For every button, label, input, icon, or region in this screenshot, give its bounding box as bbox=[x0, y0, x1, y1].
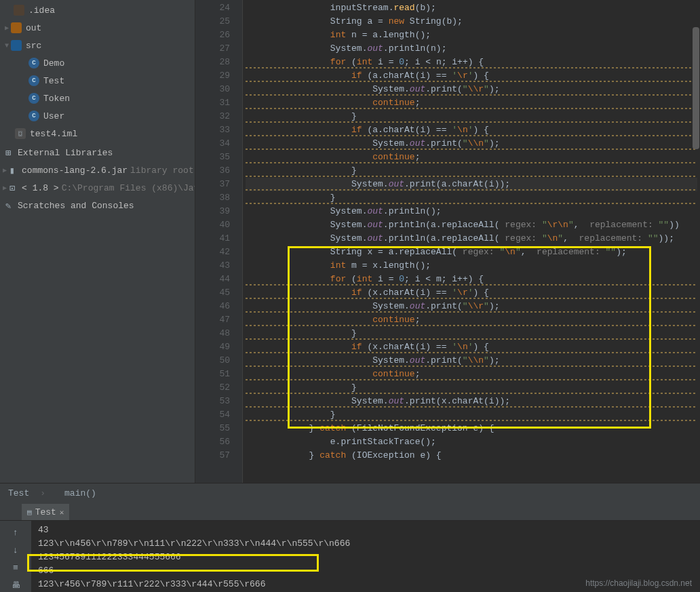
breadcrumb: Test › main() bbox=[0, 483, 700, 503]
tree-item[interactable]: ⌼test4.iml bbox=[0, 125, 195, 142]
line-number: 28 bbox=[198, 56, 230, 69]
code-line[interactable]: int m = x.length(); bbox=[246, 259, 697, 273]
class-icon: C bbox=[28, 75, 39, 86]
breadcrumb-method[interactable]: main() bbox=[64, 488, 96, 498]
tree-label: .idea bbox=[28, 5, 55, 16]
line-number: 52 bbox=[198, 381, 230, 395]
tree-label: User bbox=[43, 111, 64, 121]
scroll-thumb[interactable] bbox=[693, 27, 699, 149]
run-tab-icon: ▤ bbox=[27, 508, 32, 517]
line-number: 41 bbox=[198, 232, 230, 245]
scratches[interactable]: ✎ Scratches and Consoles bbox=[0, 197, 195, 214]
watermark: https://chaojilaji.blog.csdn.net bbox=[585, 578, 692, 588]
folder-o-icon bbox=[11, 22, 22, 33]
code-line[interactable]: continue; bbox=[246, 313, 697, 327]
code-line[interactable]: String a = new String(b); bbox=[246, 15, 697, 28]
code-line[interactable]: } catch (IOException e) { bbox=[246, 449, 697, 462]
arrow-icon: ▼ bbox=[3, 42, 11, 50]
code-line[interactable]: } bbox=[246, 191, 697, 205]
close-icon[interactable]: ✕ bbox=[60, 508, 64, 517]
arrow-icon: ▶ bbox=[3, 24, 11, 32]
tree-item[interactable]: CUser bbox=[0, 107, 195, 125]
code-line[interactable]: for (int i = 0; i < n; i++) { bbox=[246, 56, 697, 69]
print-icon[interactable]: 🖶 bbox=[9, 579, 22, 591]
code-line[interactable]: System.out.print("\\r"); bbox=[246, 83, 697, 96]
lib1-tag: library root bbox=[130, 165, 194, 176]
code-area[interactable]: inputStream.read(b); String a = new Stri… bbox=[243, 0, 700, 483]
sdk-icon: ⊡ bbox=[7, 182, 18, 193]
code-line[interactable]: for (int i = 0; i < m; i++) { bbox=[246, 273, 697, 286]
lib-item-commons[interactable]: ▶ ▮ commons-lang-2.6.jar library root bbox=[0, 161, 195, 179]
tree-item[interactable]: CDemo bbox=[0, 54, 195, 72]
code-line[interactable]: e.printStackTrace(); bbox=[246, 435, 697, 449]
code-line[interactable]: } bbox=[246, 110, 697, 123]
vertical-scrollbar[interactable] bbox=[693, 0, 699, 483]
down-icon[interactable]: ↓ bbox=[9, 544, 22, 556]
tree-item[interactable]: .idea bbox=[0, 1, 195, 19]
code-line[interactable]: } bbox=[246, 164, 697, 178]
code-editor[interactable]: 2425262728293031323334353637383940414243… bbox=[195, 0, 700, 483]
code-line[interactable]: System.out.print(x.charAt(i)); bbox=[246, 395, 697, 408]
code-line[interactable]: continue; bbox=[246, 151, 697, 164]
jar-icon: ▮ bbox=[7, 165, 18, 176]
tree-label: test4.iml bbox=[30, 129, 77, 139]
wrap-icon[interactable]: ≡ bbox=[9, 561, 22, 574]
run-tabs: ▤ Test ✕ bbox=[0, 503, 700, 521]
code-line[interactable]: continue; bbox=[246, 96, 697, 110]
line-number: 42 bbox=[198, 245, 230, 259]
code-line[interactable]: String x = a.replaceAll( regex: "\n", re… bbox=[246, 245, 697, 259]
breadcrumb-class[interactable]: Test bbox=[8, 488, 29, 498]
lib2-name: < 1.8 > bbox=[22, 183, 59, 193]
line-number: 43 bbox=[198, 259, 230, 273]
line-number: 27 bbox=[198, 42, 230, 56]
line-number: 36 bbox=[198, 164, 230, 178]
run-tab-test[interactable]: ▤ Test ✕ bbox=[22, 504, 69, 520]
class-icon: C bbox=[28, 93, 39, 104]
line-number: 46 bbox=[198, 300, 230, 313]
code-line[interactable]: System.out.print("\\n"); bbox=[246, 354, 697, 368]
line-number: 33 bbox=[198, 123, 230, 137]
line-number: 37 bbox=[198, 178, 230, 191]
line-number: 32 bbox=[198, 110, 230, 123]
line-number: 35 bbox=[198, 151, 230, 164]
code-line[interactable]: } bbox=[246, 408, 697, 422]
code-line[interactable]: inputStream.read(b); bbox=[246, 1, 697, 15]
code-line[interactable]: if (a.charAt(i) == '\n') { bbox=[246, 123, 697, 137]
tree-label: Test bbox=[43, 76, 64, 86]
code-line[interactable]: if (x.charAt(i) == '\n') { bbox=[246, 340, 697, 354]
console-line: 666 bbox=[38, 564, 693, 578]
code-line[interactable]: } bbox=[246, 381, 697, 395]
line-number: 57 bbox=[198, 449, 230, 462]
code-line[interactable]: int n = a.length(); bbox=[246, 28, 697, 42]
code-line[interactable]: if (x.charAt(i) == '\r') { bbox=[246, 286, 697, 300]
code-line[interactable]: System.out.println(a.replaceAll( regex: … bbox=[246, 232, 697, 245]
external-libraries[interactable]: ⊞ External Libraries bbox=[0, 144, 195, 161]
code-line[interactable]: if (a.charAt(i) == '\r') { bbox=[246, 69, 697, 83]
code-line[interactable]: System.out.println(n); bbox=[246, 42, 697, 56]
tree-item[interactable]: ▶out bbox=[0, 19, 195, 37]
code-line[interactable]: System.out.println(); bbox=[246, 205, 697, 218]
xml-icon: ⌼ bbox=[15, 128, 26, 139]
line-number: 25 bbox=[198, 15, 230, 28]
line-number: 47 bbox=[198, 313, 230, 327]
scratches-icon: ✎ bbox=[3, 200, 14, 211]
project-tree[interactable]: .idea▶out▼srcCDemoCTestCTokenCUser⌼test4… bbox=[0, 0, 195, 483]
line-number: 44 bbox=[198, 273, 230, 286]
code-line[interactable]: } bbox=[246, 327, 697, 340]
code-line[interactable]: System.out.print("\\r"); bbox=[246, 300, 697, 313]
code-line[interactable]: System.out.println(a.replaceAll( regex: … bbox=[246, 218, 697, 232]
code-line[interactable]: System.out.print("\\n"); bbox=[246, 137, 697, 151]
code-line[interactable]: System.out.print(a.charAt(i)); bbox=[246, 178, 697, 191]
code-line[interactable]: continue; bbox=[246, 368, 697, 381]
tree-item[interactable]: CToken bbox=[0, 90, 195, 107]
tree-item[interactable]: CTest bbox=[0, 72, 195, 90]
tree-item[interactable]: ▼src bbox=[0, 37, 195, 54]
line-number: 45 bbox=[198, 286, 230, 300]
line-number: 54 bbox=[198, 408, 230, 422]
code-line[interactable]: } catch (FileNotFoundException e) { bbox=[246, 422, 697, 435]
up-icon[interactable]: ↑ bbox=[9, 526, 22, 538]
lib1-name: commons-lang-2.6.jar bbox=[22, 165, 128, 176]
lib-item-jdk[interactable]: ▶ ⊡ < 1.8 > C:\Program Files (x86)\Jav bbox=[0, 179, 195, 197]
line-number: 38 bbox=[198, 191, 230, 205]
class-icon: C bbox=[28, 58, 39, 68]
